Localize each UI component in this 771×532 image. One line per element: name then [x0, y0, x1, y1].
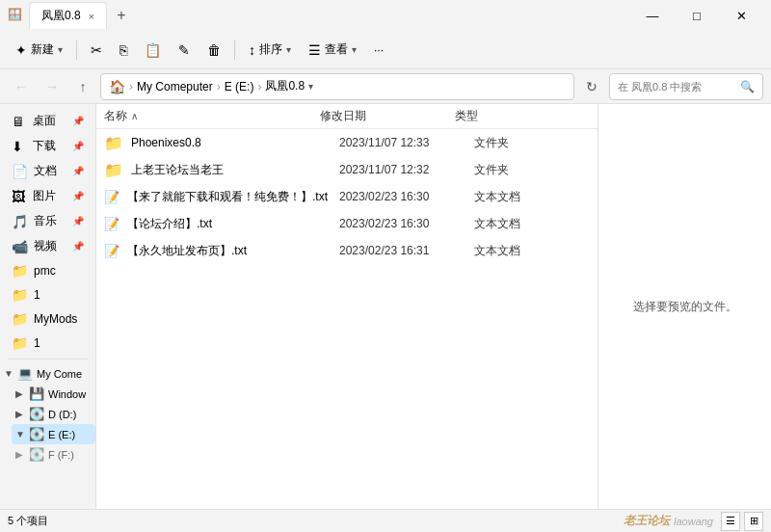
- file-name-2: 上老王论坛当老王: [131, 162, 339, 178]
- status-bar: 5 个项目 老王论坛 laowang ☰ ⊞: [0, 509, 771, 532]
- tree-d-drive[interactable]: ▶ 💽 D (D:): [12, 404, 95, 424]
- delete-button[interactable]: 🗑: [199, 35, 228, 66]
- sidebar-item-videos[interactable]: 📹 视频 📌: [4, 234, 92, 258]
- file-area: 名称 ∧ 修改日期 类型 📁 Phoenixes0.8 2023/11/07 1…: [96, 104, 771, 509]
- path-folder[interactable]: 凤凰0.8: [265, 78, 305, 94]
- copy-button[interactable]: ⎘: [112, 35, 135, 66]
- search-icon[interactable]: 🔍: [740, 80, 755, 93]
- col-name-label: 名称: [104, 108, 127, 124]
- tab-active[interactable]: 凤凰0.8 ×: [29, 2, 107, 29]
- new-button[interactable]: ✦ 新建 ▾: [8, 35, 70, 66]
- pin-icon-music: 📌: [72, 216, 84, 226]
- minimize-button[interactable]: —: [630, 0, 675, 31]
- more-button[interactable]: ···: [366, 35, 391, 66]
- delete-icon: 🗑: [207, 42, 221, 58]
- pmc-icon: 📁: [12, 263, 28, 279]
- file-row[interactable]: 📁 上老王论坛当老王 2023/11/07 12:32 文件夹: [96, 156, 598, 183]
- tree-label-f: F (F:): [48, 449, 74, 461]
- sidebar-item-documents[interactable]: 📄 文档 📌: [4, 159, 92, 183]
- sidebar-item-pictures[interactable]: 🖼 图片 📌: [4, 184, 92, 208]
- rename-button[interactable]: ✎: [171, 35, 198, 66]
- pin-icon-videos: 📌: [72, 241, 84, 252]
- folder-icon-2: 📁: [104, 161, 123, 179]
- tree-icon-e: 💽: [29, 427, 44, 441]
- sort-button[interactable]: ↕ 排序 ▾: [241, 35, 299, 66]
- sidebar-item-folder1b[interactable]: 📁 1: [4, 332, 92, 355]
- sidebar-item-music[interactable]: 🎵 音乐 📌: [4, 209, 92, 233]
- tree-icon-mycomputer: 💻: [17, 366, 33, 381]
- sidebar-item-download[interactable]: ⬇ 下载 📌: [4, 134, 92, 158]
- watermark: 老王论坛 laowang: [624, 513, 713, 529]
- path-drive[interactable]: E (E:): [225, 80, 254, 93]
- new-tab-button[interactable]: +: [107, 3, 135, 28]
- tree-icon-d: 💽: [29, 407, 44, 421]
- sidebar-label-folder1b: 1: [34, 336, 40, 350]
- tree-label-e: E (E:): [48, 429, 75, 440]
- view-label: 查看: [325, 41, 348, 58]
- preview-panel: 选择要预览的文件。: [598, 104, 771, 509]
- more-label: ···: [374, 43, 384, 57]
- forward-button[interactable]: →: [39, 73, 66, 100]
- sidebar-item-pmc[interactable]: 📁 pmc: [4, 259, 92, 282]
- sidebar-item-mymods[interactable]: 📁 MyMods: [4, 307, 92, 331]
- videos-icon: 📹: [12, 239, 28, 254]
- maximize-button[interactable]: □: [675, 0, 719, 31]
- download-icon: ⬇: [12, 139, 27, 154]
- mymods-icon: 📁: [12, 311, 28, 327]
- rename-icon: ✎: [178, 42, 190, 58]
- tab-close-button[interactable]: ×: [89, 11, 94, 22]
- file-row[interactable]: 📝 【来了就能下载和观看！纯免费！】.txt 2023/02/23 16:30 …: [96, 183, 598, 210]
- app-icon: 🪟: [8, 8, 23, 23]
- cut-icon: ✂: [91, 42, 102, 58]
- path-mycomputer[interactable]: My Comeputer: [137, 80, 213, 93]
- grid-view-button[interactable]: ⊞: [744, 512, 763, 531]
- col-name-header[interactable]: 名称 ∧: [104, 108, 320, 124]
- col-type-header[interactable]: 类型: [455, 108, 571, 124]
- tree-e-drive[interactable]: ▼ 💽 E (E:): [12, 424, 95, 444]
- list-view-button[interactable]: ☰: [721, 512, 740, 531]
- pin-icon-desktop: 📌: [72, 116, 84, 126]
- txt-icon-5: 📝: [104, 244, 120, 258]
- tree-label-d: D (D:): [48, 409, 76, 420]
- col-type-label: 类型: [455, 109, 478, 122]
- tree-icon-f: 💽: [29, 447, 44, 462]
- file-date-5: 2023/02/23 16:31: [339, 244, 474, 257]
- desktop-icon: 🖥: [12, 114, 27, 129]
- file-row[interactable]: 📝 【永久地址发布页】.txt 2023/02/23 16:31 文本文档: [96, 237, 598, 264]
- col-date-header[interactable]: 修改日期: [320, 108, 455, 124]
- view-button[interactable]: ☰ 查看 ▾: [301, 35, 364, 66]
- path-sep-3: ›: [257, 80, 261, 93]
- home-icon: 🏠: [109, 79, 125, 94]
- preview-text: 选择要预览的文件。: [633, 299, 737, 315]
- file-row[interactable]: 📝 【论坛介绍】.txt 2023/02/23 16:30 文本文档: [96, 210, 598, 237]
- pictures-icon: 🖼: [12, 189, 27, 204]
- sidebar-item-folder1[interactable]: 📁 1: [4, 283, 92, 306]
- cut-button[interactable]: ✂: [83, 35, 110, 66]
- refresh-button[interactable]: ↻: [578, 73, 605, 100]
- search-box[interactable]: 🔍: [609, 73, 763, 100]
- sidebar-label-desktop: 桌面: [33, 113, 56, 129]
- tree-f-drive[interactable]: ▶ 💽 F (F:): [12, 444, 95, 465]
- back-button[interactable]: ←: [8, 73, 35, 100]
- paste-button[interactable]: 📋: [137, 35, 169, 66]
- status-view-icons: ☰ ⊞: [721, 512, 763, 531]
- pin-icon-download: 📌: [72, 141, 84, 151]
- tree-arrow-f: ▶: [15, 449, 27, 460]
- search-input[interactable]: [618, 81, 740, 93]
- new-label: 新建: [31, 41, 54, 58]
- address-path[interactable]: 🏠 › My Comeputer › E (E:) › 凤凰0.8 ▾: [100, 73, 574, 100]
- toolbar: ✦ 新建 ▾ ✂ ⎘ 📋 ✎ 🗑 ↕ 排序 ▾ ☰ 查看 ▾ ···: [0, 31, 771, 69]
- sidebar-item-desktop[interactable]: 🖥 桌面 📌: [4, 109, 92, 133]
- tree-mycomputer[interactable]: ▼ 💻 My Come: [0, 363, 95, 384]
- file-row[interactable]: 📁 Phoenixes0.8 2023/11/07 12:33 文件夹: [96, 129, 598, 156]
- sort-arrow-name: ∧: [131, 111, 138, 121]
- tree-windows[interactable]: ▶ 💾 Window: [12, 384, 95, 404]
- watermark-sub: laowang: [674, 516, 713, 527]
- path-dropdown-arrow[interactable]: ▾: [308, 81, 313, 92]
- up-button[interactable]: ↑: [69, 73, 96, 100]
- tab-label: 凤凰0.8: [41, 8, 81, 24]
- file-date-2: 2023/11/07 12:32: [339, 163, 474, 176]
- sort-icon: ↕: [249, 42, 255, 58]
- close-button[interactable]: ✕: [719, 0, 763, 31]
- tree-arrow-windows: ▶: [15, 388, 27, 399]
